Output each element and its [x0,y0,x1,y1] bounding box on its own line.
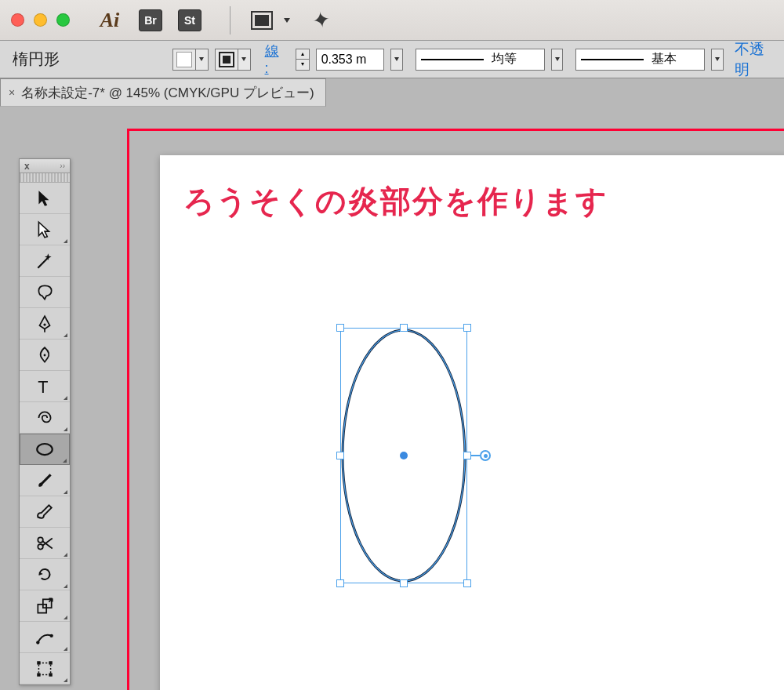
close-window-button[interactable] [11,13,24,27]
svg-point-7 [38,537,43,543]
tool-flyout-icon [64,490,67,494]
tools-collapse-icon[interactable]: ›› [60,162,65,170]
scissors-tool[interactable] [20,528,70,559]
stroke-panel-link[interactable]: 線 : [265,42,286,77]
tools-panel[interactable]: x ›› T [19,158,71,685]
stroke-weight-stepper[interactable]: ▴ ▾ [296,49,310,71]
tools-close-icon[interactable]: x [24,161,30,172]
lasso-tool[interactable] [20,277,70,308]
annotation-text: ろうそくの炎部分を作ります [183,180,608,223]
ellipse-tool[interactable] [20,434,70,465]
traffic-lights [11,13,70,27]
stock-badge-button[interactable]: St [178,9,201,31]
svg-text:T: T [38,376,48,396]
magic-wand-tool[interactable] [20,245,70,277]
stepper-down-icon[interactable]: ▾ [296,60,309,70]
tool-flyout-icon [64,678,67,682]
center-point-icon[interactable] [400,452,408,459]
opacity-link[interactable]: 不透明 [735,39,778,80]
stroke-weight-caret-icon[interactable] [390,49,403,71]
selected-shape-label: 楕円形 [6,49,166,70]
selection-tool[interactable] [20,183,70,214]
variable-width-profile-label: 均等 [492,51,517,67]
svg-rect-13 [38,663,50,674]
tool-flyout-icon [64,333,67,337]
paintbrush-tool[interactable] [20,465,70,496]
handle-mid-left[interactable] [336,452,344,459]
tool-flyout-icon [64,584,67,588]
tool-flyout-icon [64,427,67,431]
variable-width-profile-dropdown[interactable]: 均等 [416,49,545,71]
svg-rect-14 [37,661,40,664]
toolbar-divider [230,6,230,34]
document-tab[interactable]: × 名称未設定-7* @ 145% (CMYK/GPU プレビュー) [0,78,326,107]
tool-flyout-icon [63,459,67,463]
stroke-swatch[interactable] [215,49,238,71]
live-shape-widget-stick [470,455,480,456]
zoom-window-button[interactable] [56,13,70,27]
stroke-swatch-group[interactable] [215,49,251,71]
free-transform-tool[interactable] [20,653,70,685]
stepper-up-icon[interactable]: ▴ [296,49,309,60]
svg-point-11 [36,641,39,644]
rotate-tool[interactable] [20,559,70,590]
fill-swatch-caret-icon[interactable] [196,49,209,71]
fill-swatch-group[interactable] [172,49,209,71]
handle-top-left[interactable] [336,324,344,332]
tool-flyout-icon [64,239,67,243]
bridge-badge-button[interactable]: Br [139,9,162,31]
scale-tool[interactable] [20,590,70,622]
svg-rect-16 [37,673,40,676]
arrange-documents-icon[interactable] [251,11,273,30]
spiral-line-tool[interactable] [20,402,70,434]
handle-top-right[interactable] [463,324,471,332]
svg-rect-9 [38,604,46,612]
live-shape-widget-icon[interactable] [480,450,491,461]
brush-definition-dropdown[interactable]: 基本 [575,49,705,71]
type-tool[interactable]: T [20,371,70,402]
mac-title-bar: Ai Br St ✦ [0,0,784,41]
svg-point-6 [37,444,53,455]
artboard[interactable] [160,155,784,690]
curvature-tool[interactable] [20,340,70,371]
handle-bottom-mid[interactable] [400,579,408,587]
tab-close-icon[interactable]: × [9,86,15,99]
svg-point-8 [38,544,43,550]
blob-brush-tool[interactable] [20,496,70,528]
tab-title: 名称未設定-7* @ 145% (CMYK/GPU プレビュー) [21,84,314,102]
svg-point-12 [50,634,53,637]
direct-selection-tool[interactable] [20,214,70,245]
brush-definition-caret-icon[interactable] [711,49,724,71]
svg-point-4 [44,354,46,356]
fill-swatch[interactable] [172,49,196,71]
tool-flyout-icon [64,647,67,651]
minimize-window-button[interactable] [34,13,47,27]
shape-builder-tool[interactable] [20,622,70,653]
svg-point-2 [43,323,45,325]
tool-flyout-icon [64,553,67,557]
tool-flyout-icon [64,616,67,619]
svg-rect-15 [49,661,52,664]
illustrator-logo-icon: Ai [96,9,123,31]
tools-panel-header[interactable]: x ›› [20,159,70,173]
gpu-preview-rocket-icon[interactable]: ✦ [310,5,332,34]
handle-bottom-right[interactable] [463,579,471,587]
document-tab-bar: × 名称未設定-7* @ 145% (CMYK/GPU プレビュー) [0,78,784,107]
stroke-weight-field[interactable]: 0.353 m [316,49,385,71]
pen-tool[interactable] [20,308,70,340]
brush-definition-label: 基本 [652,51,677,67]
tools-grip[interactable] [20,173,70,183]
handle-top-mid[interactable] [400,324,408,332]
selection-bounding-box[interactable] [340,328,467,583]
tool-flyout-icon [64,396,67,400]
workspace: ろうそくの炎部分を作ります x ›› [0,107,784,690]
arrange-documents-caret-icon[interactable] [284,18,290,23]
stroke-swatch-caret-icon[interactable] [238,49,251,71]
control-bar: 楕円形 線 : ▴ ▾ 0.353 m 均等 基本 不透明 [0,41,784,78]
svg-rect-17 [49,673,52,676]
handle-bottom-left[interactable] [336,579,344,587]
variable-width-caret-icon[interactable] [551,49,564,71]
